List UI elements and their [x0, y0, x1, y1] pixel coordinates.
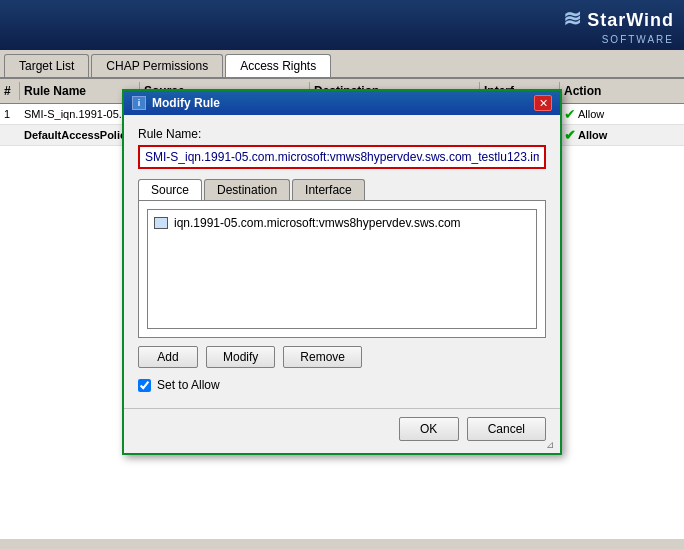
modify-rule-dialog: i Modify Rule ✕ Rule Name: Source [122, 89, 562, 455]
set-to-allow-checkbox[interactable] [138, 379, 151, 392]
dialog-title-left: i Modify Rule [132, 96, 220, 110]
source-monitor-icon [154, 217, 168, 229]
dialog-icon: i [132, 96, 146, 110]
dialog-titlebar: i Modify Rule ✕ [124, 91, 560, 115]
logo-sub: SOFTWARE [563, 34, 674, 45]
set-to-allow-label: Set to Allow [157, 378, 220, 392]
rule-name-input[interactable] [138, 145, 546, 169]
main-content: # Rule Name Source Destination Interf...… [0, 79, 684, 539]
logo: ≋ StarWind SOFTWARE [563, 6, 674, 45]
source-tab-panel: iqn.1991-05.com.microsoft:vmws8hypervdev… [138, 201, 546, 338]
resize-handle[interactable]: ⊿ [546, 439, 558, 451]
cancel-button[interactable]: Cancel [467, 417, 546, 441]
inner-tabs-bar: Source Destination Interface [138, 179, 546, 201]
tab-target-list[interactable]: Target List [4, 54, 89, 77]
dialog-footer: OK Cancel [124, 408, 560, 453]
rule-name-label: Rule Name: [138, 127, 546, 141]
tab-access-rights[interactable]: Access Rights [225, 54, 331, 77]
dialog-close-button[interactable]: ✕ [534, 95, 552, 111]
add-button[interactable]: Add [138, 346, 198, 368]
source-list[interactable]: iqn.1991-05.com.microsoft:vmws8hypervdev… [147, 209, 537, 329]
remove-button[interactable]: Remove [283, 346, 362, 368]
app-header: ≋ StarWind SOFTWARE [0, 0, 684, 50]
action-buttons: Add Modify Remove [138, 346, 546, 368]
set-to-allow-row: Set to Allow [138, 378, 546, 392]
modify-button[interactable]: Modify [206, 346, 275, 368]
inner-tab-interface[interactable]: Interface [292, 179, 365, 200]
dialog-title: Modify Rule [152, 96, 220, 110]
source-list-item: iqn.1991-05.com.microsoft:vmws8hypervdev… [152, 214, 532, 232]
dialog-body: Rule Name: Source Destination Interface [124, 115, 560, 404]
tab-chap-permissions[interactable]: CHAP Permissions [91, 54, 223, 77]
inner-tab-source[interactable]: Source [138, 179, 202, 200]
ok-button[interactable]: OK [399, 417, 459, 441]
logo-name: StarWind [587, 10, 674, 30]
main-tabs-bar: Target List CHAP Permissions Access Righ… [0, 50, 684, 79]
modal-overlay: i Modify Rule ✕ Rule Name: Source [0, 79, 684, 539]
source-item-text: iqn.1991-05.com.microsoft:vmws8hypervdev… [174, 216, 461, 230]
logo-symbol: ≋ [563, 6, 587, 31]
inner-tab-destination[interactable]: Destination [204, 179, 290, 200]
